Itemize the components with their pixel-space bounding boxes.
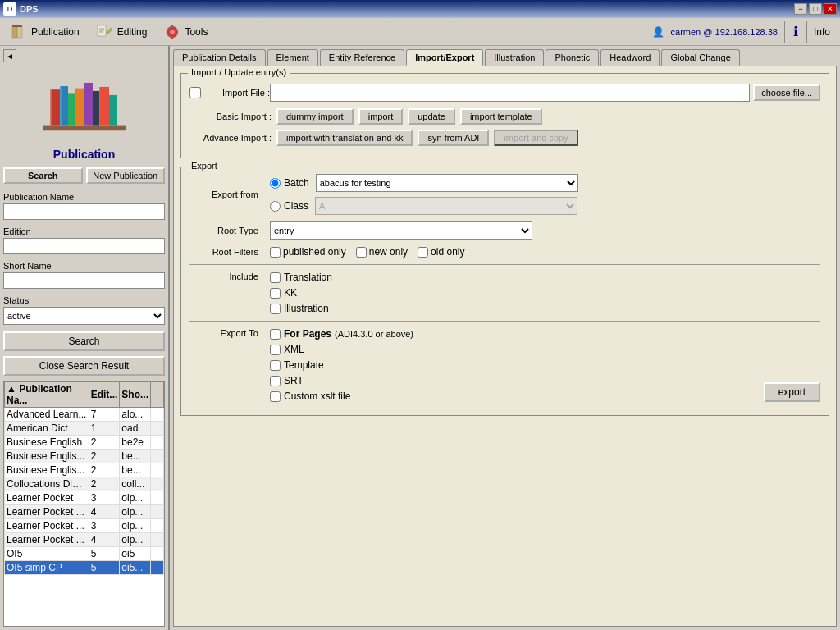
class-select[interactable]: A [315, 197, 578, 215]
close-search-result-button[interactable]: Close Search Result [3, 356, 165, 376]
syn-from-adi-button[interactable]: syn from ADI [418, 130, 489, 146]
translation-checkbox[interactable] [270, 272, 281, 283]
menu-editing-label: Editing [117, 26, 148, 38]
table-row[interactable]: Businese Englis... 2 be... [5, 450, 164, 463]
table-row[interactable]: Collocations Dict... 2 coll... [5, 477, 164, 491]
template-export: Template [270, 359, 757, 371]
table-cell-short: be... [120, 450, 151, 463]
menu-tools[interactable]: Tools [157, 21, 214, 43]
update-button[interactable]: update [408, 108, 455, 125]
new-only-checkbox[interactable] [356, 247, 367, 258]
tab-import-export[interactable]: Import/Export [406, 49, 483, 66]
tab-phonetic[interactable]: Phonetic [546, 49, 599, 66]
collapse-button[interactable]: ◄ [3, 49, 16, 62]
for-pages-checkbox[interactable] [270, 329, 281, 340]
export-to-row: Export To : For Pages (ADI4.3.0 or above… [189, 328, 820, 402]
edition-input[interactable] [3, 238, 165, 254]
table-row[interactable]: American Dict 1 oad [5, 422, 164, 436]
col-name-header[interactable]: ▲ Publication Na... [5, 382, 89, 408]
root-type-select[interactable]: entry [270, 221, 532, 240]
custom-xslt-checkbox[interactable] [270, 391, 281, 402]
import-legend: Import / Update entry(s) [188, 67, 290, 77]
published-only-checkbox[interactable] [270, 247, 281, 258]
search-button[interactable]: Search [3, 331, 165, 351]
table-cell-name: OI5 [5, 547, 89, 561]
col-short-header[interactable]: Sho... [120, 382, 151, 408]
col-edition-header[interactable]: Edit... [89, 382, 120, 408]
menu-tools-label: Tools [185, 26, 208, 38]
tab-headword[interactable]: Headword [600, 49, 660, 66]
maximize-button[interactable]: □ [809, 3, 822, 15]
include-row: Include : Translation KK Illustration [189, 272, 820, 314]
svg-rect-11 [43, 126, 126, 131]
app-icon: D [3, 2, 16, 16]
table-row[interactable]: OI5 5 oi5 [5, 547, 164, 561]
table-cell-flag [151, 533, 164, 547]
col-flag-header[interactable] [151, 382, 164, 408]
import-checkbox[interactable] [189, 87, 201, 98]
table-row[interactable]: Learner Pocket ... 4 olp... [5, 533, 164, 547]
table-row[interactable]: Learner Pocket 3 olp... [5, 491, 164, 505]
import-and-copy-button[interactable]: import and copy [494, 130, 578, 146]
import-template-button[interactable]: import template [460, 108, 542, 125]
table-row[interactable]: OI5 simp CP 5 oi5... [5, 561, 164, 575]
template-checkbox[interactable] [270, 360, 281, 371]
import-with-translation-button[interactable]: import with translation and kk [276, 130, 413, 146]
menu-editing[interactable]: Editing [89, 21, 154, 43]
table-row[interactable]: Businese Englis... 2 be... [5, 463, 164, 477]
batch-select[interactable]: abacus for testing [316, 174, 578, 192]
tab-entity-reference[interactable]: Entity Reference [320, 49, 404, 66]
svg-rect-0 [12, 26, 17, 38]
kk-checkbox[interactable] [270, 288, 281, 299]
publication-name-input[interactable] [3, 203, 165, 220]
table-cell-short: be2e [120, 436, 151, 450]
import-button[interactable]: import [358, 108, 404, 125]
main-layout: ◄ Publication Search [0, 46, 840, 630]
choose-file-button[interactable]: choose file... [753, 84, 820, 101]
table-cell-edition: 2 [89, 450, 120, 463]
table-cell-short: oi5 [120, 547, 151, 561]
table-row[interactable]: Businese English 2 be2e [5, 436, 164, 450]
minimize-button[interactable]: − [794, 3, 807, 15]
table-cell-short: olp... [120, 533, 151, 547]
batch-radio[interactable] [270, 178, 281, 189]
table-cell-edition: 7 [89, 408, 120, 422]
separator-2 [189, 321, 820, 322]
menu-publication-label: Publication [31, 26, 80, 38]
short-name-input[interactable] [3, 272, 165, 289]
table-cell-short: alo... [120, 408, 151, 422]
table-cell-name: Learner Pocket [5, 491, 89, 505]
search-tab-button[interactable]: Search [3, 167, 83, 184]
illustration-checkbox[interactable] [270, 304, 281, 314]
dummy-import-button[interactable]: dummy import [276, 108, 354, 125]
svg-rect-20 [50, 89, 52, 125]
class-radio[interactable] [270, 201, 281, 212]
xml-checkbox[interactable] [270, 345, 281, 355]
tab-element[interactable]: Element [267, 49, 318, 66]
srt-checkbox[interactable] [270, 376, 281, 386]
editing-icon [96, 23, 114, 41]
class-label: Class [284, 200, 308, 212]
menu-publication[interactable]: Publication [3, 21, 86, 43]
table-cell-short: olp... [120, 519, 151, 533]
import-file-input[interactable] [270, 84, 750, 102]
edition-group: Edition [3, 226, 165, 254]
tab-global-change[interactable]: Global Change [661, 49, 739, 66]
tab-publication-details[interactable]: Publication Details [173, 49, 266, 66]
table-row[interactable]: Learner Pocket ... 4 olp... [5, 505, 164, 519]
tab-content-import-export: Import / Update entry(s) Import File : c… [173, 66, 837, 627]
table-cell-flag [151, 561, 164, 575]
table-cell-short: be... [120, 463, 151, 477]
table-row[interactable]: Advanced Learn... 7 alo... [5, 408, 164, 422]
close-button[interactable]: ✕ [824, 3, 837, 15]
tab-illustration[interactable]: Illustration [485, 49, 544, 66]
info-button[interactable]: ℹ [784, 21, 807, 43]
svg-rect-17 [93, 91, 99, 126]
new-publication-button[interactable]: New Publication [86, 167, 166, 184]
export-button[interactable]: export [764, 382, 820, 402]
table-cell-flag [151, 422, 164, 436]
old-only-filter: old only [418, 246, 464, 258]
old-only-checkbox[interactable] [418, 247, 428, 258]
status-select[interactable]: active inactive [3, 307, 165, 325]
table-row[interactable]: Learner Pocket ... 3 olp... [5, 519, 164, 533]
